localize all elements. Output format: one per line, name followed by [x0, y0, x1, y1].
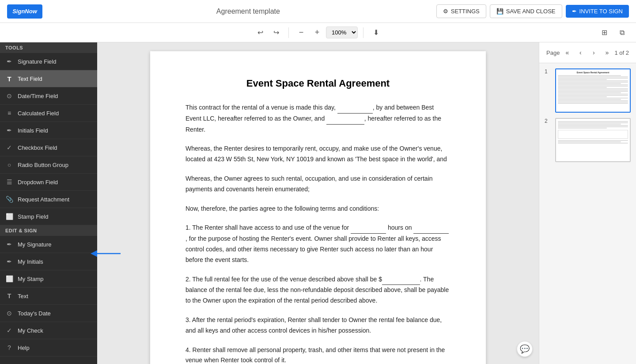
page-thumb-1[interactable]: Event Space Rental Agreement [555, 68, 631, 113]
main-area: Tools ✒ Signature Field T Text Field ⊙ D… [0, 42, 636, 364]
sidebar-item-signature-field[interactable]: ✒ Signature Field [0, 53, 97, 70]
calculated-icon: ≡ [5, 109, 13, 117]
page-label: Page [546, 49, 560, 56]
my-signature-icon: ✒ [5, 240, 13, 248]
sidebar-item-label: Help [18, 345, 30, 351]
paragraph-2: Whereas, the Renter desires to temporari… [186, 144, 450, 165]
sidebar-item-datetime-field[interactable]: ⊙ Date/Time Field [0, 87, 97, 105]
sidebar-item-checkbox-field[interactable]: ✓ Checkbox Field [0, 139, 97, 156]
pages-header: Page « ‹ › » 1 of 2 [539, 42, 636, 63]
page-thumb-2[interactable] [555, 118, 631, 162]
thumb-line [558, 88, 628, 89]
page-2-number: 2 [545, 118, 552, 124]
thumb-1-title: Event Space Rental Agreement [558, 71, 628, 74]
page-prev-button[interactable]: ‹ [575, 47, 586, 58]
thumb-line [558, 91, 628, 92]
top-bar: SignNow Agreement template ⚙ SETTINGS 💾 … [0, 0, 636, 23]
zoom-out-button[interactable]: − [294, 26, 308, 40]
zoom-select[interactable]: 100% 50% 75% 125% 150% [326, 27, 358, 38]
page-last-icon: » [606, 49, 609, 56]
page-first-button[interactable]: « [561, 47, 573, 58]
thumb-line [558, 82, 628, 83]
page-prev-icon: ‹ [579, 49, 582, 56]
sidebar-item-my-initials[interactable]: ✒ My Initials [0, 253, 97, 270]
thumb-line [558, 143, 628, 144]
sidebar-item-help[interactable]: ? Help [0, 339, 97, 356]
my-stamp-icon: ⬜ [5, 275, 13, 283]
page-1: Event Space Rental Agreement This contra… [150, 51, 486, 364]
invite-to-sign-button[interactable]: ✒ INVITE TO SIGN [566, 5, 629, 18]
paragraph-6: 2. The full rental fee for the use of th… [186, 274, 450, 306]
thumb-line [558, 122, 628, 123]
page-last-button[interactable]: » [601, 47, 613, 58]
thumb-line [558, 102, 628, 102]
undo-icon: ↩ [257, 28, 263, 37]
thumb-line [558, 92, 621, 93]
zoom-in-button[interactable]: + [310, 26, 324, 40]
stamp-icon: ⬜ [5, 212, 13, 220]
thumb-table [558, 130, 628, 139]
radio-icon: ○ [5, 161, 13, 169]
sidebar-item-my-check[interactable]: ✓ My Check [0, 322, 97, 339]
page-next-button[interactable]: › [588, 47, 599, 58]
logo-area: SignNow [7, 4, 60, 19]
save-close-button[interactable]: 💾 SAVE AND CLOSE [490, 4, 562, 18]
pages-navigation: « ‹ › » [561, 47, 613, 58]
sidebar-item-text[interactable]: T Text [0, 288, 97, 305]
zoom-out-icon: − [299, 28, 304, 37]
toolbar-divider-2 [363, 27, 363, 38]
sidebar-item-my-stamp[interactable]: ⬜ My Stamp [0, 270, 97, 288]
invite-icon: ✒ [572, 8, 577, 15]
thumb-line [558, 79, 607, 80]
initials-icon: ✒ [5, 126, 13, 134]
thumb-line [558, 84, 628, 85]
blank-date [337, 102, 373, 114]
sidebar-item-label: Request Attachment [18, 196, 69, 203]
undo-button[interactable]: ↩ [253, 26, 267, 40]
page-thumb-1-container: 1 Event Space Rental Agreement [545, 68, 631, 113]
toolbar-right-actions: ⊞ ⧉ [597, 26, 629, 40]
document-title: Agreement template [67, 8, 429, 15]
sidebar-item-initials-field[interactable]: ✒ Initials Field [0, 122, 97, 139]
sidebar-item-label: Initials Field [18, 127, 48, 134]
toolbar: ↩ ↪ − + 100% 50% 75% 125% 150% ⬇ ⊞ ⧉ [0, 23, 636, 42]
arrow-annotation [96, 249, 121, 258]
redo-button[interactable]: ↪ [269, 26, 283, 40]
text-field-icon: T [5, 75, 13, 83]
copy-button[interactable]: ⧉ [615, 26, 629, 40]
sidebar-item-label: My Stamp [18, 276, 44, 282]
thumb-line [558, 76, 628, 77]
sidebar-item-label: My Check [18, 327, 43, 334]
page-of-total: 1 of 2 [614, 49, 629, 56]
thumb-line [558, 94, 628, 95]
sidebar-item-calculated-field[interactable]: ≡ Calculated Field [0, 105, 97, 122]
sidebar-item-label: My Initials [18, 258, 43, 265]
columns-button[interactable]: ⊞ [597, 26, 611, 40]
tools-section-header: Tools [0, 42, 97, 53]
my-initials-icon: ✒ [5, 258, 13, 265]
sidebar-item-my-signature[interactable]: ✒ My Signature [0, 236, 97, 253]
redo-icon: ↪ [273, 28, 279, 37]
settings-button[interactable]: ⚙ SETTINGS [436, 4, 486, 18]
thumb-line [558, 141, 621, 142]
sidebar-item-text-field[interactable]: T Text Field [0, 70, 97, 87]
sidebar-item-label: Text Field [18, 76, 42, 82]
copy-icon: ⧉ [620, 29, 625, 37]
sidebar-item-todays-date[interactable]: ⊙ Today's Date [0, 305, 97, 322]
thumb-line [558, 87, 607, 88]
topbar-actions: ⚙ SETTINGS 💾 SAVE AND CLOSE ✒ INVITE TO … [436, 4, 629, 18]
dropdown-icon: ☰ [5, 178, 13, 186]
undo-redo-group: ↩ ↪ [253, 26, 283, 40]
sidebar-item-dropdown-field[interactable]: ☰ Dropdown Field [0, 174, 97, 191]
chat-button[interactable]: 💬 [517, 341, 533, 357]
sidebar-item-label: Dropdown Field [18, 179, 58, 186]
sidebar-item-label: Signature Field [18, 58, 56, 65]
thumb-line [558, 75, 621, 76]
sidebar-item-request-attachment[interactable]: 📎 Request Attachment [0, 191, 97, 208]
thumb-line [558, 126, 628, 127]
thumb-line [558, 125, 628, 126]
checkbox-icon: ✓ [5, 144, 13, 152]
sidebar-item-stamp-field[interactable]: ⬜ Stamp Field [0, 208, 97, 225]
download-button[interactable]: ⬇ [369, 26, 383, 40]
sidebar-item-radio-button-group[interactable]: ○ Radio Button Group [0, 156, 97, 174]
